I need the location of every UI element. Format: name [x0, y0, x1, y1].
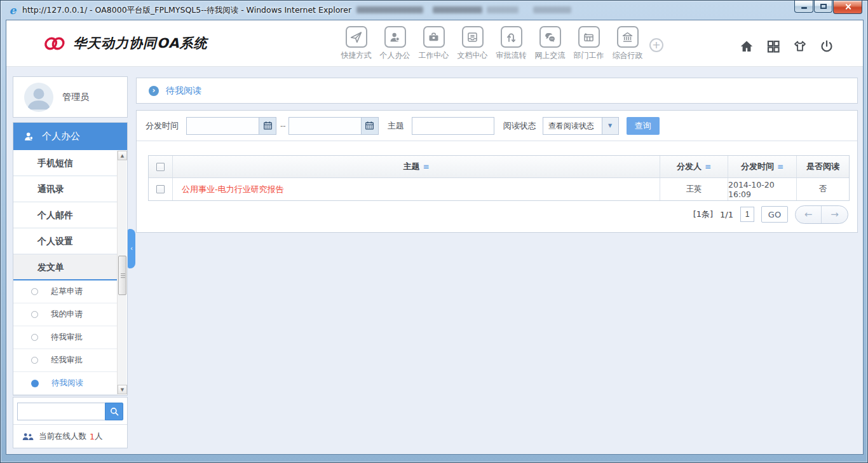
subject-label: 主题 [388, 120, 404, 132]
sidebar-subitem-pending-approval[interactable]: 待我审批 [13, 326, 118, 349]
sidebar-item-contacts[interactable]: 通讯录 [13, 176, 118, 202]
nav-item-document-center[interactable]: 文档中心 [453, 26, 492, 61]
document-subject-link[interactable]: 公用事业-电力行业研究报告 [182, 184, 284, 195]
sidebar-subitem-draft-request[interactable]: 起草申请 [13, 280, 118, 303]
table-header-row: 主题≡ 分发人≡ 分发时间≡ 是否阅读 [149, 156, 849, 178]
sidebar-search-card: 当前在线人数 1 人 [13, 397, 128, 448]
sidebar-item-mail[interactable]: 个人邮件 [13, 202, 118, 228]
infinity-logo-icon [42, 35, 67, 52]
read-status-value: 查看阅读状态 [543, 118, 602, 134]
column-header-subject[interactable]: 主题≡ [173, 156, 660, 177]
sender-cell: 王英 [686, 184, 702, 195]
close-button[interactable] [833, 1, 862, 14]
user-card: 管理员 [13, 76, 128, 118]
theme-shirt-icon[interactable] [792, 38, 808, 55]
nav-item-approval-flow[interactable]: 审批流转 [492, 26, 531, 61]
column-header-time[interactable]: 分发时间≡ [728, 156, 797, 177]
subject-input[interactable] [412, 117, 494, 135]
maximize-button[interactable] [814, 1, 832, 13]
query-button[interactable]: 查询 [627, 117, 660, 135]
radio-icon [31, 288, 38, 295]
filter-bar: 分发时间 -- 主题 阅读状态 查看阅读 [137, 111, 857, 141]
column-header-read: 是否阅读 [797, 156, 849, 177]
calendar-icon[interactable] [259, 117, 276, 135]
briefcase-icon [423, 26, 445, 48]
page-title: 待我阅读 [166, 85, 201, 97]
minimize-button[interactable] [794, 1, 813, 13]
sidebar-item-dispatch-doc[interactable]: 发文单 [13, 254, 118, 280]
read-status-select[interactable]: 查看阅读状态 ▼ [543, 117, 619, 135]
people-icon [22, 432, 34, 441]
breadcrumb: › 待我阅读 [136, 78, 858, 104]
sidebar-subitem-approved-by-me[interactable]: 经我审批 [13, 349, 118, 372]
page-content: 华天动力协同OA系统 快捷方式 个人办公 工作中心 [6, 20, 864, 455]
home-icon[interactable] [738, 38, 755, 55]
read-status-label: 阅读状态 [503, 120, 536, 132]
sidebar-subitem-my-requests[interactable]: 我的申请 [13, 303, 118, 326]
sidebar-menu: 个人办公 手机短信 通讯录 个人邮件 个人设置 发文单 起草申请 我的申请 待我… [13, 122, 128, 396]
avatar [24, 83, 53, 112]
browser-window: e http://127.0.0.1/ - OA8000平台版_FPLMYSQL… [0, 0, 868, 463]
sidebar-section-personal-office[interactable]: 个人办公 [13, 123, 127, 150]
documents-table: 主题≡ 分发人≡ 分发时间≡ 是否阅读 公用事业-电力行业研究报告 王英 [148, 155, 850, 201]
sidebar-scrollbar[interactable]: ▲ ▼ [117, 151, 126, 394]
app-logo: 华天动力协同OA系统 [42, 34, 208, 52]
next-page-icon[interactable]: → [822, 206, 848, 223]
date-range-separator: -- [280, 121, 286, 130]
background-window-ghost [533, 6, 571, 13]
nav-item-department-work[interactable]: 部门工作 [569, 26, 608, 61]
section-label: 个人办公 [42, 130, 80, 142]
app-header: 华天动力协同OA系统 快捷方式 个人办公 工作中心 [6, 20, 863, 67]
select-all-checkbox[interactable] [156, 163, 165, 171]
document-tray-icon [462, 26, 484, 48]
sidebar-item-sms[interactable]: 手机短信 [13, 150, 118, 176]
power-logout-icon[interactable] [818, 38, 835, 55]
calendar-icon[interactable] [361, 117, 379, 135]
scrollbar-thumb[interactable] [118, 256, 126, 295]
header-quick-icons [738, 38, 835, 55]
nav-item-personal-office[interactable]: 个人办公 [376, 26, 414, 61]
date-from-input[interactable] [186, 117, 259, 135]
previous-page-icon[interactable]: ← [796, 206, 822, 223]
total-count: [1条] [693, 209, 713, 220]
close-icon [844, 3, 851, 10]
page-number-input[interactable] [740, 207, 754, 222]
sidebar-item-settings[interactable]: 个人设置 [13, 228, 118, 254]
department-board-icon [578, 26, 600, 48]
sort-icon: ≡ [423, 162, 429, 171]
background-window-ghost [433, 6, 482, 13]
window-title: http://127.0.0.1/ - OA8000平台版_FPLMYSQL5-… [22, 5, 351, 16]
go-button[interactable]: GO [761, 206, 788, 223]
radio-icon [31, 357, 38, 364]
chevron-down-icon: ▼ [602, 118, 618, 134]
table-row: 公用事业-电力行业研究报告 王英 2014-10-20 16:09 否 [149, 178, 849, 200]
nav-item-work-center[interactable]: 工作中心 [414, 26, 453, 61]
main-panel: 分发时间 -- 主题 阅读状态 查看阅读 [136, 110, 858, 233]
user-name: 管理员 [62, 92, 89, 103]
row-checkbox[interactable] [156, 185, 165, 193]
bank-icon [617, 26, 639, 48]
nav-item-administration[interactable]: 综合行政 [608, 26, 647, 61]
search-input[interactable] [17, 403, 105, 420]
date-to-input[interactable] [288, 117, 361, 135]
add-module-button[interactable]: + [649, 38, 663, 52]
nav-item-shortcuts[interactable]: 快捷方式 [337, 26, 376, 61]
background-window-ghost [356, 6, 423, 13]
pagination: [1条] 1/1 GO ← → [693, 204, 848, 225]
scroll-down-icon[interactable]: ▼ [118, 385, 127, 394]
sidebar-collapse-handle[interactable]: ‹ [128, 229, 135, 268]
apps-grid-icon[interactable] [765, 38, 782, 55]
page-nav-arrows: ← → [795, 205, 848, 224]
nav-item-online-chat[interactable]: 网上交流 [531, 26, 569, 61]
online-users-count: 1 [90, 432, 95, 441]
search-icon [109, 406, 119, 417]
column-header-sender[interactable]: 分发人≡ [660, 156, 728, 177]
breadcrumb-arrow-icon: › [149, 86, 159, 96]
radio-icon [31, 334, 38, 341]
scroll-up-icon[interactable]: ▲ [118, 151, 127, 160]
window-controls [794, 1, 862, 14]
page-indicator: 1/1 [720, 210, 733, 219]
dispatch-time-label: 分发时间 [146, 120, 179, 132]
sidebar-subitem-to-read[interactable]: 待我阅读 [13, 372, 118, 395]
search-button[interactable] [105, 403, 123, 420]
